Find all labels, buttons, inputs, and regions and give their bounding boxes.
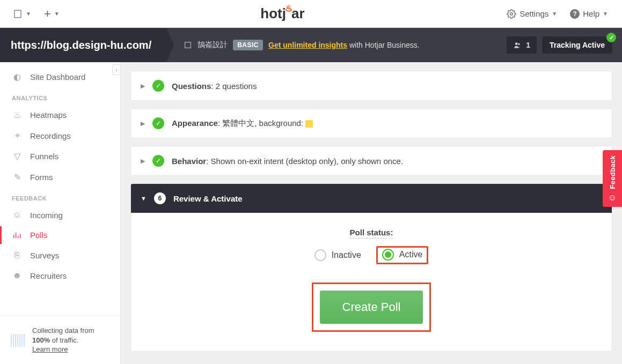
chevron-down-icon: ▼ [54,11,60,17]
svg-rect-0 [14,10,21,18]
sidebar-item-funnels[interactable]: ▽ Funnels [0,146,120,167]
site-url[interactable]: https://blog.design-hu.com/ [0,28,166,62]
gauge-icon: ◐ [12,72,23,82]
upgrade-text: with Hotjar Business. [347,41,420,49]
caret-right-icon: ▶ [141,83,145,90]
traffic-line1: Collecting data from [32,326,94,336]
user-count[interactable]: 1 [507,36,537,54]
settings-menu[interactable]: Settings ▼ [501,6,562,22]
step-detail: : Shown on-exit intent (desktop only), o… [206,157,403,166]
help-icon: ? [570,9,580,19]
radio-label: Inactive [332,250,361,260]
site-name: 鵠崙設計 [197,40,228,50]
sidebar-section-analytics: ANALYTICS [0,87,120,105]
step-title: Behavior [172,157,206,166]
sidebar-item-heatmaps[interactable]: ♨ Heatmaps [0,105,120,125]
sidebar-item-forms[interactable]: ✎ Forms [0,167,120,188]
sidebar-item-label: Polls [30,231,48,240]
sidebar-item-label: Incoming [30,211,63,220]
radio-label: Active [399,250,423,259]
check-icon: ✓ [606,33,616,42]
step-review-header[interactable]: ▼ 6 Review & Activate [131,184,612,213]
sidebar-item-label: Recordings [30,131,71,140]
learn-more-link[interactable]: Learn more [32,345,68,353]
gear-icon [507,9,516,19]
traffic-pct: 100% [32,336,50,344]
traffic-line2: of traffic. [50,336,78,344]
flame-icon: ♨ [285,3,292,13]
building-icon [13,9,23,19]
svg-point-5 [510,12,513,15]
check-icon: ✓ [152,80,164,92]
add-menu[interactable]: + ▼ [40,4,64,24]
plus-icon: + [44,7,51,21]
site-header: https://blog.design-hu.com/ 鵠崙設計 BASIC G… [0,28,622,62]
sidebar-item-recruiters[interactable]: ☻ Recruiters [0,265,120,286]
person-icon: ☻ [12,271,23,280]
feedback-label: Feedback [609,155,617,189]
sidebar-footer: Collecting data from 100% of traffic. Le… [0,316,120,364]
radio-icon [382,249,394,261]
plan-badge: BASIC [233,40,263,50]
main-content: ▶ ✓ Questions: 2 questions ▶ ✓ Appearanc… [121,62,622,364]
highlight-active: Active [376,246,429,264]
tracking-status[interactable]: Tracking Active ✓ [542,36,612,54]
check-icon: ✓ [152,117,164,129]
help-label: Help [583,9,599,18]
sidebar-item-incoming[interactable]: ☺ Incoming [0,205,120,225]
upgrade-link[interactable]: Get unlimited insights [268,41,347,49]
hotjar-logo: hotj♨ar [64,5,501,22]
sidebar-item-label: Funnels [30,152,58,161]
top-bar: ▼ + ▼ hotj♨ar Settings ▼ ? Help ▼ [0,0,622,28]
radio-active[interactable]: Active [382,249,423,261]
barchart-icon [12,231,23,240]
sidebar-item-label: Recruiters [30,271,67,280]
step-title: Review & Activate [173,194,243,203]
sidebar-item-dashboard[interactable]: ◐ Site Dashboard [0,66,120,87]
sidebar-item-polls[interactable]: Polls [0,225,120,245]
fire-icon: ♨ [12,110,23,120]
users-icon [513,41,522,49]
org-switcher[interactable]: ▼ [9,6,35,22]
sidebar-item-surveys[interactable]: ⎘ Surveys [0,245,120,265]
highlight-create: Create Poll [312,283,431,332]
svg-rect-6 [185,42,191,48]
svg-point-8 [518,43,520,46]
radio-inactive[interactable]: Inactive [314,249,361,261]
step-questions[interactable]: ▶ ✓ Questions: 2 questions [130,71,612,101]
help-menu[interactable]: ? Help ▼ [565,6,613,22]
radio-icon [314,249,326,261]
color-swatch [305,120,313,128]
chevron-down-icon: ▼ [552,11,557,17]
caret-right-icon: ▶ [141,158,145,165]
feedback-tab[interactable]: Feedback ☺ [603,150,622,207]
sidebar-item-label: Heatmaps [30,110,67,120]
cube-icon [184,41,192,49]
create-poll-button[interactable]: Create Poll [320,291,423,324]
funnel-icon: ▽ [12,151,23,161]
user-count-value: 1 [526,41,530,49]
sidebar-item-label: Site Dashboard [30,72,85,81]
step-review: ▼ 6 Review & Activate Poll status: Inact… [130,183,612,352]
inbox-icon: ☺ [12,210,23,220]
step-behavior[interactable]: ▶ ✓ Behavior: Shown on-exit intent (desk… [130,146,612,176]
caret-right-icon: ▶ [141,120,145,127]
smiley-icon: ☺ [608,193,617,203]
collapse-sidebar[interactable]: ‹ [112,64,121,75]
sidebar-item-recordings[interactable]: ⌖ Recordings [0,125,120,146]
settings-label: Settings [519,9,548,18]
tracking-label: Tracking Active [550,41,605,49]
chevron-down-icon: ▼ [603,11,608,17]
svg-point-7 [515,42,518,45]
sidebar: ‹ ◐ Site Dashboard ANALYTICS ♨ Heatmaps … [0,62,121,364]
step-title: Questions [172,81,211,91]
sparkline-icon [11,334,26,347]
step-detail: : 2 questions [211,81,257,91]
chevron-down-icon: ▼ [26,11,31,17]
sidebar-section-feedback: FEEDBACK [0,188,120,205]
step-appearance[interactable]: ▶ ✓ Appearance: 繁體中文, background: [130,108,612,138]
poll-status-label: Poll status: [350,228,393,239]
camera-icon: ⌖ [12,131,23,140]
step-detail: : 繁體中文, background: [218,118,305,128]
pencil-icon: ✎ [12,172,23,182]
